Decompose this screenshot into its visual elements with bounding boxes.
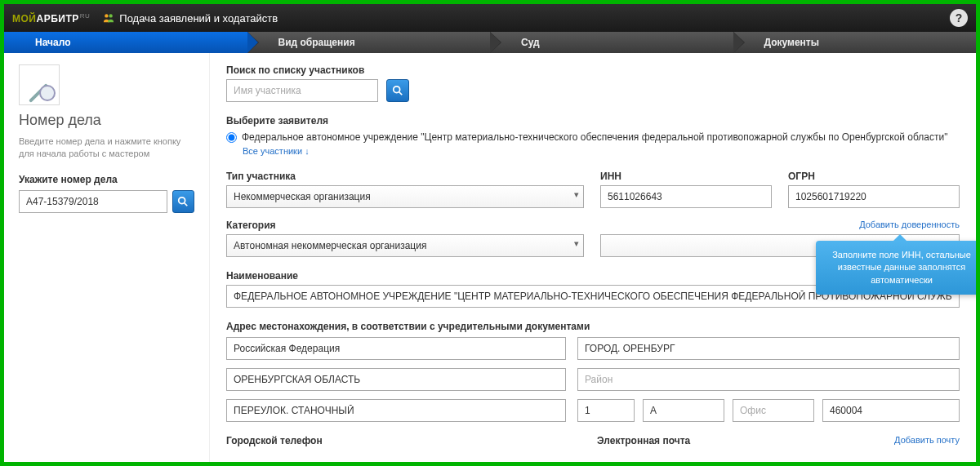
phone-label: Городской телефон bbox=[226, 435, 586, 446]
applicant-name: Федеральное автономное учреждение "Центр… bbox=[242, 131, 948, 143]
case-search-button[interactable] bbox=[172, 190, 194, 213]
addr-country-input[interactable] bbox=[226, 337, 566, 360]
addr-street-input[interactable] bbox=[226, 399, 566, 422]
inn-label: ИНН bbox=[600, 171, 772, 182]
logo: МОЙАРБИТРRU bbox=[12, 12, 90, 24]
svg-point-4 bbox=[394, 87, 400, 93]
participant-search-button[interactable] bbox=[386, 79, 409, 102]
step-bar: Начало Вид обращения Суд Документы bbox=[4, 32, 976, 53]
logo-moy: МОЙ bbox=[12, 13, 36, 24]
search-icon bbox=[392, 85, 403, 96]
page-title: Подача заявлений и ходатайств bbox=[119, 12, 278, 24]
ogrn-label: ОГРН bbox=[788, 171, 960, 182]
step-type[interactable]: Вид обращения bbox=[247, 32, 491, 53]
search-label: Поиск по списку участников bbox=[226, 64, 960, 76]
step-label: Документы bbox=[764, 37, 819, 48]
step-start[interactable]: Начало bbox=[4, 32, 247, 53]
applicant-radio[interactable] bbox=[226, 132, 237, 143]
type-select[interactable]: Некоммерческая организация bbox=[226, 185, 584, 208]
svg-point-0 bbox=[105, 14, 108, 17]
case-icon bbox=[19, 64, 60, 105]
help-button[interactable]: ? bbox=[950, 9, 968, 27]
tooltip-text: Заполните поле ИНН, остальные известные … bbox=[832, 250, 971, 285]
type-label: Тип участника bbox=[226, 171, 584, 182]
addr-city-input[interactable] bbox=[577, 337, 960, 360]
participant-search-input[interactable] bbox=[226, 79, 378, 102]
main-panel: Поиск по списку участников Выберите заяв… bbox=[210, 53, 976, 462]
addr-building-input[interactable] bbox=[643, 399, 724, 422]
step-label: Вид обращения bbox=[278, 37, 355, 48]
step-docs[interactable]: Документы bbox=[733, 32, 977, 53]
topbar: МОЙАРБИТРRU Подача заявлений и ходатайст… bbox=[4, 4, 976, 32]
addr-region-input[interactable] bbox=[226, 368, 566, 391]
people-icon bbox=[103, 12, 114, 24]
svg-point-1 bbox=[109, 14, 113, 17]
step-label: Суд bbox=[521, 37, 540, 48]
page-title-wrap: Подача заявлений и ходатайств bbox=[103, 12, 278, 24]
case-label: Укажите номер дела bbox=[19, 174, 194, 185]
svg-line-5 bbox=[399, 92, 403, 95]
sidebar-desc: Введите номер дела и нажмите кнопку для … bbox=[19, 135, 194, 161]
inn-tooltip: Заполните поле ИНН, остальные известные … bbox=[816, 241, 976, 295]
logo-ru: RU bbox=[80, 12, 91, 20]
select-applicant-label: Выберите заявителя bbox=[226, 115, 960, 126]
search-icon bbox=[177, 196, 189, 207]
addr-house-input[interactable] bbox=[577, 399, 635, 422]
add-proxy-link[interactable]: Добавить доверенность bbox=[859, 220, 960, 229]
addr-office-input[interactable] bbox=[733, 399, 814, 422]
all-participants-link[interactable]: Все участники ↓ bbox=[243, 146, 960, 156]
addr-zip-input[interactable] bbox=[822, 399, 960, 422]
logo-arb: АРБИТР bbox=[36, 13, 78, 24]
step-label: Начало bbox=[35, 37, 70, 48]
addr-label: Адрес местонахождения, в соответствии с … bbox=[226, 321, 960, 332]
category-select[interactable]: Автономная некоммерческая организация bbox=[226, 234, 584, 257]
case-number-input[interactable] bbox=[19, 190, 167, 213]
sidebar: Номер дела Введите номер дела и нажмите … bbox=[4, 53, 210, 462]
inn-input[interactable] bbox=[600, 185, 772, 208]
ogrn-input[interactable] bbox=[788, 185, 960, 208]
svg-line-3 bbox=[185, 203, 188, 206]
add-email-link[interactable]: Добавить почту bbox=[894, 435, 960, 445]
svg-point-2 bbox=[179, 197, 185, 204]
sidebar-heading: Номер дела bbox=[19, 112, 194, 129]
category-label: Категория bbox=[226, 220, 584, 231]
addr-district-input[interactable] bbox=[577, 368, 960, 391]
step-court[interactable]: Суд bbox=[490, 32, 733, 53]
